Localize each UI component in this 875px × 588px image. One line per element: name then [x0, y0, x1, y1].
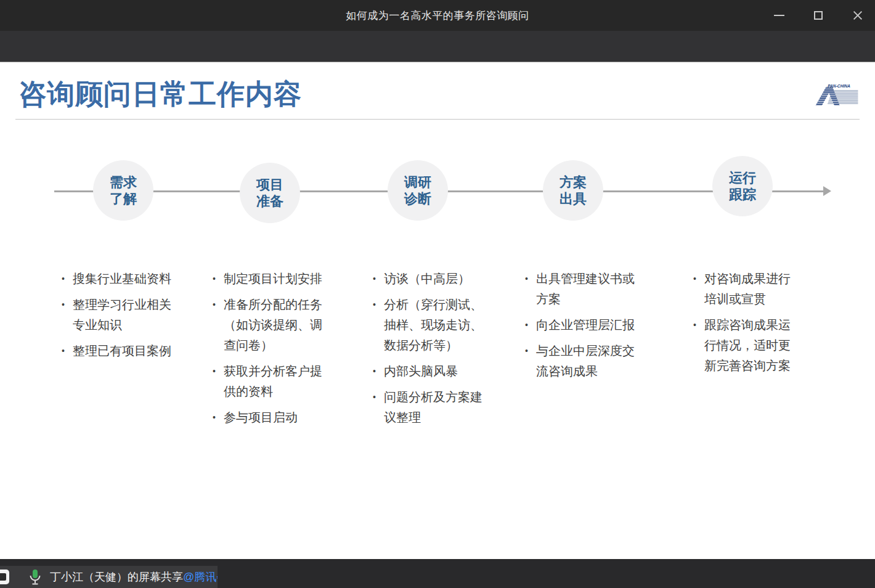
list-item: 与企业中层深度交流咨询成果	[524, 341, 642, 382]
minimize-icon	[774, 15, 784, 16]
slide-title: 咨询顾问日常工作内容	[18, 76, 302, 113]
app-window: 如何成为一名高水平的事务所咨询顾问 咨询顾问日常工作内容	[0, 0, 875, 588]
list-item: 访谈（中高层）	[372, 269, 490, 289]
list-item: 对咨询成果进行培训或宣贯	[692, 269, 802, 309]
step-circle-5: 运行 跟踪	[712, 156, 773, 216]
step-label: 诊断	[404, 190, 431, 207]
list-item: 整理已有项目案例	[60, 341, 179, 361]
step-label: 跟踪	[729, 186, 756, 203]
list-item: 问题分析及方案建议整理	[372, 387, 490, 428]
step-label: 调研	[404, 174, 431, 190]
share-presenter-text: 丁小江（天健）的屏幕共享	[50, 570, 183, 584]
title-divider	[15, 119, 860, 120]
logo-wordmark: PAN-CHINA	[828, 84, 850, 88]
window-title: 如何成为一名高水平的事务所咨询顾问	[346, 9, 529, 23]
list-item: 整理学习行业相关专业知识	[60, 295, 179, 335]
screen-share-icon	[0, 570, 9, 584]
close-button[interactable]	[850, 8, 865, 23]
list-item: 向企业管理层汇报	[524, 315, 642, 335]
tencent-meeting-link[interactable]: @腾讯会议	[183, 570, 218, 584]
shared-slide: 咨询顾问日常工作内容 PAN-CHINA	[0, 62, 875, 559]
list-item: 分析（穿行测试、抽样、现场走访、数据分析等）	[372, 295, 490, 356]
close-icon	[852, 10, 863, 21]
step-circle-4: 方案 出具	[543, 160, 603, 221]
flow-arrow-icon	[823, 186, 831, 196]
bullet-column-1: 搜集行业基础资料 整理学习行业相关专业知识 整理已有项目案例	[60, 269, 179, 367]
step-label: 出具	[560, 190, 587, 207]
step-circle-2: 项目 准备	[240, 163, 300, 223]
microphone-icon[interactable]	[29, 569, 41, 586]
screen-share-banner: 丁小江（天健）的屏幕共享 @腾讯会议	[0, 566, 218, 588]
minimize-button[interactable]	[771, 8, 786, 23]
step-label: 方案	[560, 174, 587, 190]
list-item: 跟踪咨询成果运行情况，适时更新完善咨询方案	[692, 315, 802, 376]
list-item: 获取并分析客户提供的资料	[211, 361, 330, 402]
list-item: 出具管理建议书或方案	[524, 269, 642, 309]
bullet-column-2: 制定项目计划安排 准备所分配的任务（如访谈提纲、调查问卷） 获取并分析客户提供的…	[211, 269, 330, 433]
maximize-button[interactable]	[811, 8, 826, 23]
toolbar-strip	[0, 31, 875, 62]
maximize-icon	[814, 11, 823, 20]
bullet-column-5: 对咨询成果进行培训或宣贯 跟踪咨询成果运行情况，适时更新完善咨询方案	[692, 269, 802, 382]
step-label: 需求	[110, 174, 137, 190]
step-circle-3: 调研 诊断	[388, 160, 448, 221]
step-label: 了解	[110, 190, 137, 207]
window-controls	[771, 0, 865, 31]
window-titlebar: 如何成为一名高水平的事务所咨询顾问	[0, 0, 875, 31]
pan-china-logo: PAN-CHINA	[815, 83, 859, 107]
step-circle-1: 需求 了解	[93, 160, 153, 221]
list-item: 准备所分配的任务（如访谈提纲、调查问卷）	[211, 295, 330, 356]
statusbar: 丁小江（天健）的屏幕共享 @腾讯会议	[0, 559, 875, 588]
bullet-column-3: 访谈（中高层） 分析（穿行测试、抽样、现场走访、数据分析等） 内部头脑风暴 问题…	[372, 269, 490, 433]
list-item: 内部头脑风暴	[372, 361, 490, 382]
step-label: 运行	[729, 169, 756, 186]
list-item: 制定项目计划安排	[211, 269, 330, 289]
list-item: 参与项目启动	[211, 407, 330, 428]
step-label: 准备	[256, 193, 283, 210]
bullet-column-4: 出具管理建议书或方案 向企业管理层汇报 与企业中层深度交流咨询成果	[524, 269, 642, 387]
step-label: 项目	[256, 176, 283, 193]
list-item: 搜集行业基础资料	[60, 269, 179, 289]
